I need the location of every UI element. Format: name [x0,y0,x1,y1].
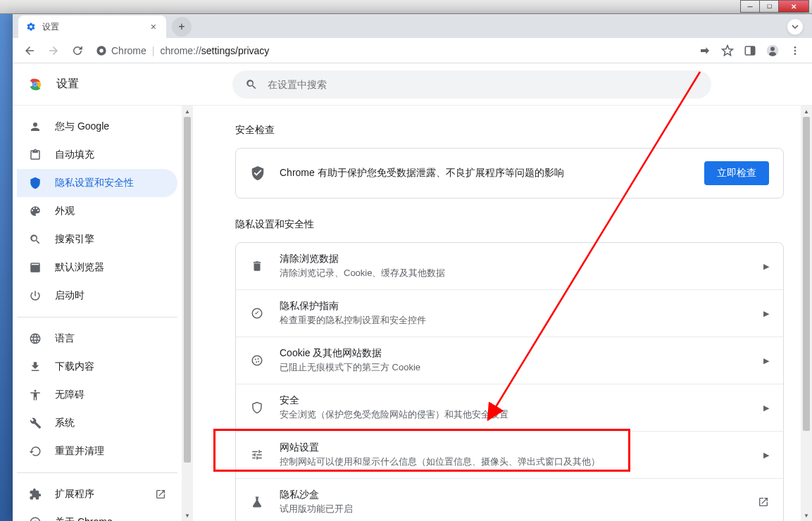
accessibility-icon [28,389,42,401]
row-sub: 控制网站可以使用和显示什么信息（如位置信息、摄像头、弹出式窗口及其他） [280,456,748,468]
row-privacy-sandbox[interactable]: 隐私沙盒试用版功能已开启 [236,478,783,521]
globe-icon [28,332,42,345]
address-bar[interactable]: Chrome | chrome://settings/privacy [92,45,691,56]
svg-point-13 [30,517,40,521]
row-title: 隐私沙盒 [280,489,742,501]
settings-main: 安全检查 Chrome 有助于保护您免受数据泄露、不良扩展程序等问题的影响 立即… [193,106,812,521]
tab-dropdown-icon[interactable] [787,18,804,35]
back-button[interactable] [20,41,39,61]
wrench-icon [28,417,42,429]
maximize-button[interactable]: ☐ [759,0,779,13]
checklist-icon [250,307,264,320]
os-titlebar: ─ ☐ ✕ [0,0,812,14]
row-clear-data[interactable]: 清除浏览数据清除浏览记录、Cookie、缓存及其他数据 ▶ [236,243,783,289]
sidebar-item-startup[interactable]: 启动时 [17,282,177,310]
svg-point-16 [252,356,262,365]
sidebar-item-accessibility[interactable]: 无障碍 [17,381,177,409]
sidebar-item-languages[interactable]: 语言 [17,325,177,353]
row-cookies[interactable]: Cookie 及其他网站数据已阻止无痕模式下的第三方 Cookie ▶ [236,337,783,384]
row-title: 清除浏览数据 [280,253,748,265]
sidebar-item-appearance[interactable]: 外观 [17,197,177,225]
menu-icon[interactable] [785,41,805,61]
chrome-logo-icon [27,76,44,93]
shield-check-icon [250,165,266,181]
sidebar-item-default-browser[interactable]: 默认浏览器 [17,253,177,282]
search-input[interactable] [268,79,699,90]
tab-settings[interactable]: 设置 × [18,15,166,38]
row-security[interactable]: 安全安全浏览（保护您免受危险网站的侵害）和其他安全设置 ▶ [236,384,783,431]
safety-check-button[interactable]: 立即检查 [704,161,769,185]
tab-strip: 设置 × + [13,14,812,38]
url-separator: | [152,45,155,56]
search-icon [245,78,258,91]
gear-icon [25,21,37,32]
sidebar-item-label: 下载内容 [55,360,94,373]
settings-page: 设置 您与 Google 自动填充 隐私设置和安全性 外观 搜索引擎 默认浏览器… [13,63,812,521]
trash-icon [250,260,264,272]
scroll-down-icon[interactable]: ▼ [801,510,812,521]
svg-point-17 [255,359,256,360]
sidebar-item-system[interactable]: 系统 [17,409,177,437]
sidebar-divider [17,472,177,473]
sidebar-scrollbar[interactable]: ▲ ▼ [182,106,193,521]
sidebar-item-reset[interactable]: 重置并清理 [17,437,177,465]
reload-button[interactable] [68,41,87,61]
sidebar-item-label: 关于 Chrome [55,516,113,521]
settings-search[interactable] [232,70,711,99]
row-title: 网站设置 [280,441,748,454]
sidebar-item-label: 系统 [55,417,75,429]
row-sub: 试用版功能已开启 [280,503,742,515]
search-icon [28,233,42,246]
minimize-button[interactable]: ─ [740,0,760,13]
row-sub: 已阻止无痕模式下的第三方 Cookie [280,361,748,374]
url-host: chrome:// [160,45,201,56]
chrome-icon [96,45,107,56]
sidebar-item-search[interactable]: 搜索引擎 [17,225,177,253]
row-site-settings[interactable]: 网站设置控制网站可以使用和显示什么信息（如位置信息、摄像头、弹出式窗口及其他） … [236,431,783,478]
row-sub: 检查重要的隐私控制设置和安全控件 [280,314,748,327]
security-icon [250,401,264,414]
profile-icon[interactable] [763,41,782,61]
new-tab-button[interactable]: + [172,17,192,37]
restore-icon [28,445,42,458]
tab-close-button[interactable]: × [148,20,159,34]
scroll-up-icon[interactable]: ▲ [182,106,193,117]
sidebar-item-about[interactable]: 关于 Chrome [17,508,177,521]
row-privacy-guide[interactable]: 隐私保护指南检查重要的隐私控制设置和安全控件 ▶ [236,289,783,337]
safety-check-text: Chrome 有助于保护您免受数据泄露、不良扩展程序等问题的影响 [280,167,690,180]
url-path: settings/privacy [201,45,269,56]
sidepanel-icon[interactable] [740,41,760,61]
sidebar-item-privacy[interactable]: 隐私设置和安全性 [17,169,177,197]
sidebar-item-label: 隐私设置和安全性 [55,177,134,189]
safety-check-card: Chrome 有助于保护您免受数据泄露、不良扩展程序等问题的影响 立即检查 [235,148,784,199]
chevron-right-icon: ▶ [763,262,769,271]
forward-button[interactable] [44,41,63,61]
sidebar-item-label: 启动时 [55,289,85,302]
svg-point-7 [794,49,797,51]
person-icon [28,120,42,133]
section-title-privacy: 隐私设置和安全性 [235,218,784,231]
svg-point-12 [34,83,37,86]
svg-point-18 [258,358,259,360]
tab-title: 设置 [42,21,59,33]
scroll-up-icon[interactable]: ▲ [801,106,812,117]
row-title: 安全 [280,394,748,407]
sidebar-item-downloads[interactable]: 下载内容 [17,353,177,381]
share-icon[interactable] [695,41,715,61]
scroll-down-icon[interactable]: ▼ [182,510,193,521]
settings-sidebar: 您与 Google 自动填充 隐私设置和安全性 外观 搜索引擎 默认浏览器 启动… [13,106,182,521]
scrollbar-thumb[interactable] [803,117,810,431]
sidebar-item-extensions[interactable]: 扩展程序 [17,480,177,508]
chevron-right-icon: ▶ [763,356,769,365]
row-sub: 清除浏览记录、Cookie、缓存及其他数据 [280,267,748,280]
sidebar-item-autofill[interactable]: 自动填充 [17,141,177,169]
sidebar-item-you-and-google[interactable]: 您与 Google [17,113,177,141]
sidebar-item-label: 无障碍 [55,389,85,401]
svg-point-20 [258,361,259,363]
bookmark-icon[interactable] [718,41,737,61]
scrollbar-thumb[interactable] [184,117,191,463]
page-scrollbar[interactable]: ▲ ▼ [801,106,812,521]
chevron-right-icon: ▶ [763,451,769,460]
close-window-button[interactable]: ✕ [778,0,809,13]
page-title: 设置 [56,77,79,92]
